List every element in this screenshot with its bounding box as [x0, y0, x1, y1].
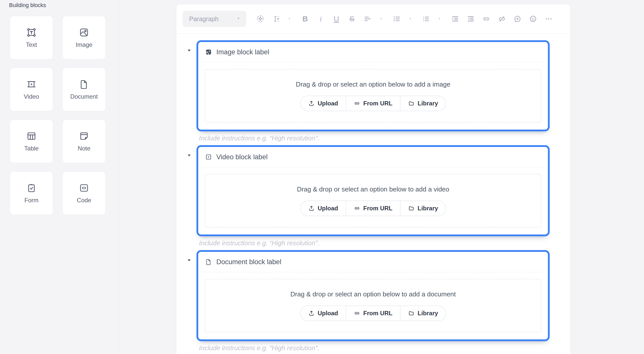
video-block-label[interactable]: Video block label — [216, 153, 268, 161]
block-card-document[interactable]: Document — [62, 68, 106, 111]
upload-button-label: Upload — [318, 100, 338, 107]
outdent-button[interactable] — [464, 11, 477, 26]
code-icon — [79, 183, 89, 193]
paragraph-style-select[interactable]: Paragraph — [183, 11, 246, 27]
block-card-note[interactable]: Note — [62, 120, 106, 163]
from-url-button[interactable]: From URL — [346, 96, 400, 111]
dropzone-text: Drag & drop or select an option below to… — [297, 185, 449, 193]
block-grid: Text Image Video Document Table Note For… — [10, 16, 119, 215]
library-button-label: Library — [418, 310, 438, 317]
image-block-label[interactable]: Image block label — [216, 48, 269, 56]
upload-button[interactable]: Upload — [301, 96, 346, 111]
upload-button-label: Upload — [318, 205, 338, 212]
upload-icon — [308, 205, 315, 212]
text-frame-icon — [26, 27, 37, 38]
strikethrough-button[interactable]: S — [345, 11, 358, 26]
ai-sparkle-icon — [256, 15, 265, 23]
library-icon — [408, 100, 415, 107]
collapse-caret-icon[interactable] — [186, 48, 192, 52]
ai-sparkle-button[interactable] — [254, 11, 267, 26]
image-block-body: Drag & drop or select an option below to… — [198, 62, 548, 130]
text-insert-dropdown[interactable] — [283, 11, 296, 26]
align-button[interactable] — [361, 11, 374, 26]
unlink-button[interactable] — [495, 11, 508, 26]
upload-icon — [308, 310, 315, 317]
indent-button[interactable] — [449, 11, 462, 26]
more-options-button[interactable] — [542, 11, 555, 26]
collapse-caret-icon[interactable] — [186, 258, 192, 262]
block-card-video[interactable]: Video — [10, 68, 53, 111]
instructions-placeholder[interactable]: Include instructions e.g. “High resoluti… — [199, 343, 550, 352]
upload-button[interactable]: Upload — [301, 306, 346, 321]
collapse-caret-icon[interactable] — [186, 153, 192, 157]
align-dropdown[interactable] — [375, 11, 388, 26]
instructions-placeholder[interactable]: Include instructions e.g. “High resoluti… — [199, 239, 550, 248]
instructions-placeholder[interactable]: Include instructions e.g. “High resoluti… — [199, 134, 550, 143]
from-url-button[interactable]: From URL — [346, 201, 400, 216]
block-card-label: Note — [78, 145, 91, 152]
block-card-image[interactable]: Image — [62, 16, 106, 59]
text-insert-button[interactable] — [269, 11, 283, 26]
link-icon — [482, 15, 491, 23]
text-insert-icon — [272, 15, 280, 23]
underline-button[interactable]: U — [330, 11, 343, 26]
block-card-label: Table — [24, 145, 38, 152]
italic-button[interactable]: i — [314, 11, 327, 26]
link-icon — [354, 310, 360, 317]
library-button[interactable]: Library — [400, 306, 446, 321]
video-block-icon — [205, 153, 212, 161]
bullet-list-dropdown[interactable] — [404, 11, 417, 26]
video-block[interactable]: Video block label Drag & drop or select … — [196, 145, 550, 236]
upload-button[interactable]: Upload — [301, 201, 346, 216]
block-card-form[interactable]: Form — [10, 171, 53, 215]
toolbar-icons: B i U S — [254, 11, 555, 26]
chevron-down-icon — [287, 17, 292, 21]
numbered-list-icon — [422, 15, 430, 23]
library-button[interactable]: Library — [400, 201, 446, 216]
from-url-button-label: From URL — [363, 205, 392, 212]
source-button-group: Upload From URL Library — [300, 96, 446, 111]
numbered-list-dropdown[interactable] — [433, 11, 446, 26]
video-dropzone[interactable]: Drag & drop or select an option below to… — [205, 174, 541, 227]
block-card-label: Document — [70, 93, 98, 100]
italic-icon: i — [320, 15, 322, 23]
library-button[interactable]: Library — [400, 96, 446, 111]
library-icon — [408, 310, 415, 317]
block-row-document: Document block label Drag & drop or sele… — [196, 250, 550, 341]
from-url-button-label: From URL — [363, 100, 392, 107]
chevron-down-icon — [236, 16, 241, 22]
bullet-list-icon — [392, 15, 401, 23]
video-block-header: Video block label — [198, 147, 548, 167]
sidebar-title: Building blocks — [0, 0, 119, 9]
paragraph-style-value: Paragraph — [189, 15, 219, 23]
table-icon — [26, 131, 37, 141]
block-row-image: Image block label Drag & drop or select … — [196, 40, 550, 131]
emoji-button[interactable] — [527, 11, 540, 26]
unlink-icon — [498, 15, 506, 23]
from-url-button[interactable]: From URL — [346, 306, 400, 321]
image-block[interactable]: Image block label Drag & drop or select … — [196, 40, 550, 131]
block-card-table[interactable]: Table — [10, 120, 53, 163]
image-dropzone[interactable]: Drag & drop or select an option below to… — [205, 69, 541, 123]
link-icon — [354, 100, 360, 107]
form-icon — [26, 183, 37, 193]
underline-icon: U — [334, 15, 339, 23]
document-block-label[interactable]: Document block label — [216, 258, 281, 266]
document-block[interactable]: Document block label Drag & drop or sele… — [196, 250, 550, 341]
bold-button[interactable]: B — [299, 11, 312, 26]
upload-icon — [308, 100, 315, 107]
building-blocks-sidebar: Building blocks Text Image Video Documen… — [0, 0, 119, 354]
bullet-list-button[interactable] — [390, 11, 403, 26]
image-icon — [79, 27, 89, 38]
block-card-label: Text — [26, 41, 37, 48]
document-icon — [79, 79, 89, 90]
add-comment-button[interactable] — [511, 11, 524, 26]
block-card-text[interactable]: Text — [10, 16, 53, 59]
outdent-icon — [466, 15, 475, 23]
chevron-down-icon — [437, 17, 442, 21]
document-dropzone[interactable]: Drag & drop or select an option below to… — [205, 279, 541, 332]
numbered-list-button[interactable] — [419, 11, 432, 26]
link-button[interactable] — [480, 11, 493, 26]
image-block-icon — [205, 49, 212, 56]
block-card-code[interactable]: Code — [62, 171, 106, 215]
